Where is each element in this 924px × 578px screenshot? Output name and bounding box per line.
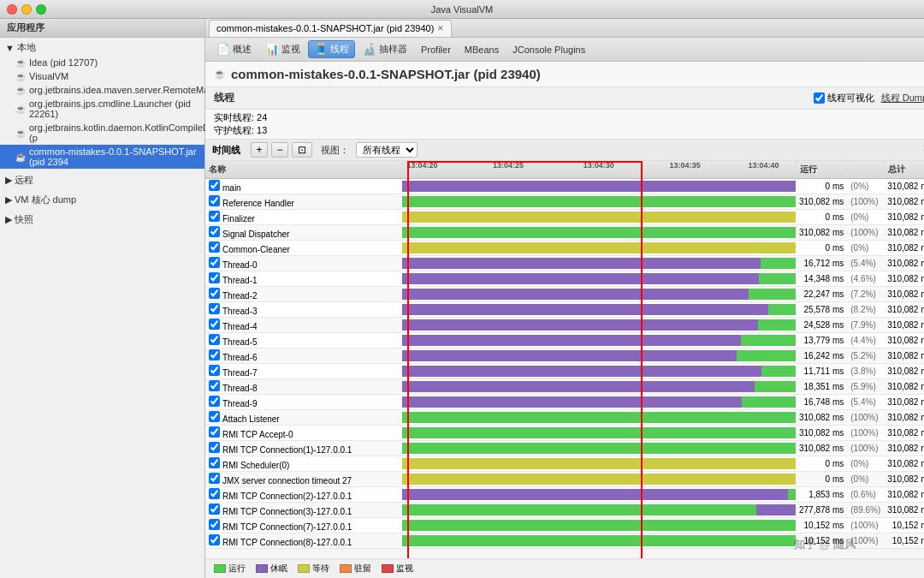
sidebar-item-common-mistakes[interactable]: ☕ common-mistakes-0.0.1-SNAPSHOT.jar (pi…: [0, 145, 204, 169]
thread-tbody: main0 ms(0%)310,082 msReference Handler3…: [205, 179, 924, 549]
snapshot-section-header[interactable]: ▶ 快照: [0, 212, 204, 228]
thread-checkbox[interactable]: [209, 380, 220, 391]
thread-checkbox[interactable]: [209, 473, 220, 484]
thread-name-cell: Thread-2: [205, 287, 402, 302]
table-row[interactable]: RMI TCP Connection(7)-127.0.0.110,152 ms…: [205, 518, 924, 533]
table-row[interactable]: Thread-114,348 ms(4.6%)310,082 ms: [205, 271, 924, 287]
thread-checkbox[interactable]: [209, 303, 220, 314]
minimize-button[interactable]: [21, 4, 32, 15]
table-row[interactable]: Thread-222,247 ms(7.2%)310,082 ms: [205, 287, 924, 302]
coredump-section-header[interactable]: ▶ VM 核心 dump: [0, 192, 204, 208]
local-section-header[interactable]: ▼ 本地: [0, 39, 204, 56]
time-2: 13:04:25: [493, 161, 524, 170]
sidebar-item-idea[interactable]: ☕ Idea (pid 12707): [0, 56, 204, 69]
thread-checkbox[interactable]: [209, 519, 220, 530]
tab-close-icon[interactable]: ✕: [437, 24, 444, 33]
thread-checkbox[interactable]: [209, 365, 220, 376]
thread-checkbox[interactable]: [209, 488, 220, 499]
legend-wait-label: 等待: [312, 563, 329, 575]
profiler-button[interactable]: Profiler: [415, 42, 457, 57]
thread-checkbox[interactable]: [209, 195, 220, 206]
table-row[interactable]: Thread-616,242 ms(5.2%)310,082 ms: [205, 349, 924, 364]
table-row[interactable]: RMI TCP Connection(1)-127.0.0.1310,082 m…: [205, 441, 924, 456]
maximize-button[interactable]: [36, 4, 46, 15]
thread-name-label: Signal Dispatcher: [222, 229, 289, 239]
close-button[interactable]: [7, 4, 17, 15]
thread-visible-control[interactable]: 线程可视化: [814, 92, 874, 104]
thread-checkbox[interactable]: [209, 349, 220, 361]
page-title-bar: ☕ common-mistakes-0.0.1-SNAPSHOT.jar (pi…: [205, 62, 924, 87]
timeline-toolbar: 时间线 + − ⊡ 视图： 所有线程 ✕: [205, 140, 924, 161]
thread-checkbox[interactable]: [209, 211, 220, 222]
thread-checkbox[interactable]: [209, 272, 220, 283]
thread-checkbox[interactable]: [209, 426, 220, 438]
zoom-in-button[interactable]: +: [251, 142, 268, 158]
thread-pct-cell: (0%): [847, 210, 884, 225]
table-row[interactable]: Thread-818,351 ms(5.9%)310,082 ms: [205, 379, 924, 395]
thread-total-cell: 10,152 ms: [884, 518, 924, 533]
table-row[interactable]: Thread-424,528 ms(7.9%)310,082 ms: [205, 318, 924, 333]
thread-visible-label: 线程可视化: [827, 92, 874, 104]
thread-checkbox[interactable]: [209, 534, 220, 545]
thread-checkbox[interactable]: [209, 288, 220, 299]
table-row[interactable]: Thread-711,711 ms(3.8%)310,082 ms: [205, 364, 924, 379]
thread-pct-cell: (100%): [847, 518, 884, 533]
table-row[interactable]: RMI TCP Accept-0310,082 ms(100%)310,082 …: [205, 426, 924, 441]
view-select[interactable]: 所有线程: [356, 142, 418, 158]
table-row[interactable]: Common-Cleaner0 ms(0%)310,082 ms: [205, 241, 924, 256]
monitor-button[interactable]: 📊 监视: [259, 40, 306, 58]
table-row[interactable]: RMI TCP Connection(3)-127.0.0.1277,878 m…: [205, 503, 924, 518]
zoom-out-button[interactable]: −: [271, 142, 288, 158]
thread-checkbox[interactable]: [209, 504, 220, 515]
overview-button[interactable]: 📄 概述: [210, 40, 258, 58]
thread-name-cell: Reference Handler: [205, 194, 402, 210]
thread-name-label: Common-Cleaner: [222, 245, 290, 254]
java-icon-6: ☕: [15, 152, 26, 162]
thread-checkbox[interactable]: [209, 257, 220, 268]
mbeans-button[interactable]: MBeans: [459, 42, 505, 57]
table-row[interactable]: Finalizer0 ms(0%)310,082 ms: [205, 210, 924, 225]
table-row[interactable]: main0 ms(0%)310,082 ms: [205, 179, 924, 194]
table-row[interactable]: Attach Listener310,082 ms(100%)310,082 m…: [205, 410, 924, 426]
java-icon: ☕: [15, 58, 26, 68]
thread-checkbox[interactable]: [209, 396, 220, 407]
sidebar-item-kotlin[interactable]: ☕ org.jetbrains.kotlin.daemon.KotlinComp…: [0, 121, 204, 145]
thread-checkbox[interactable]: [209, 442, 220, 453]
thread-section-title: 线程: [214, 91, 234, 105]
main-tab[interactable]: common-mistakes-0.0.1-SNAPSHOT.jar (pid …: [209, 20, 452, 37]
sidebar-item-launcher[interactable]: ☕ org.jetbrains.jps.cmdline.Launcher (pi…: [0, 97, 204, 121]
thread-checkbox[interactable]: [209, 180, 220, 191]
thread-checkbox[interactable]: [209, 241, 220, 253]
thread-checkbox[interactable]: [209, 226, 220, 237]
table-row[interactable]: Thread-916,748 ms(5.4%)310,082 ms: [205, 395, 924, 410]
table-row[interactable]: RMI TCP Connection(2)-127.0.0.11,853 ms(…: [205, 487, 924, 503]
table-row[interactable]: Thread-325,578 ms(8.2%)310,082 ms: [205, 302, 924, 318]
thread-run-cell: 277,878 ms: [796, 503, 847, 518]
thread-visible-checkbox[interactable]: [814, 92, 825, 104]
zoom-fit-button[interactable]: ⊡: [292, 142, 312, 158]
thread-checkbox[interactable]: [209, 457, 220, 468]
thread-checkbox[interactable]: [209, 411, 220, 422]
sidebar-item-visualvm[interactable]: ☕ VisualVM: [0, 69, 204, 83]
table-row[interactable]: RMI Scheduler(0)0 ms(0%)310,082 ms: [205, 456, 924, 472]
time-1: 13:04:20: [407, 161, 438, 170]
thread-checkbox[interactable]: [209, 319, 220, 330]
remote-section-header[interactable]: ▶ 远程: [0, 172, 204, 188]
thread-timeline-cell: [402, 426, 796, 441]
watermark: 知乎 @ 随风: [794, 537, 856, 552]
thread-run-cell: 14,348 ms: [796, 271, 847, 287]
table-row[interactable]: Thread-513,779 ms(4.4%)310,082 ms: [205, 333, 924, 349]
table-row[interactable]: JMX server connection timeout 270 ms(0%)…: [205, 472, 924, 487]
thread-dump-button[interactable]: 线程 Dump: [881, 92, 924, 104]
thread-list[interactable]: 名称 13:04:20 13:04:25 13:04:30 13:04:35 1…: [205, 161, 924, 558]
sampler-button[interactable]: 🔬 抽样器: [357, 40, 413, 58]
thread-timeline-cell: [402, 487, 796, 503]
threads-button[interactable]: 🧵 线程: [308, 40, 355, 58]
jconsole-button[interactable]: JConsole Plugins: [506, 42, 591, 57]
thread-run-cell: 310,082 ms: [796, 225, 847, 241]
table-row[interactable]: Thread-016,712 ms(5.4%)310,082 ms: [205, 256, 924, 271]
table-row[interactable]: Reference Handler310,082 ms(100%)310,082…: [205, 194, 924, 210]
thread-checkbox[interactable]: [209, 334, 220, 345]
sidebar-item-maven[interactable]: ☕ org.jetbrains.idea.maven.server.Remote…: [0, 83, 204, 97]
table-row[interactable]: Signal Dispatcher310,082 ms(100%)310,082…: [205, 225, 924, 241]
